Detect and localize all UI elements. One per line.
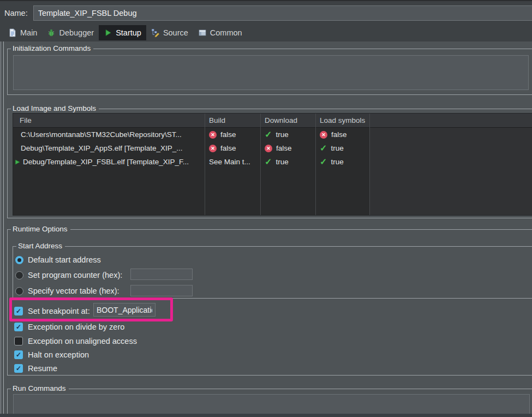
checkbox-checked-icon[interactable]: ✓	[14, 307, 23, 315]
group-initialization-commands: Initialization Commands	[7, 49, 532, 95]
program-counter-input[interactable]	[130, 269, 193, 280]
group-title: Load Image and Symbols	[11, 104, 99, 112]
group-runtime-options: Runtime Options Start Address Default st…	[7, 229, 532, 376]
tab-common[interactable]: Common	[193, 25, 247, 40]
run-commands-textarea[interactable]	[13, 394, 530, 415]
build-cell: false	[220, 144, 236, 152]
group-run-commands: Run Commands	[7, 389, 532, 417]
group-load-image-and-symbols: Load Image and Symbols File Build Downlo…	[7, 109, 532, 218]
load-symbols-cell: true	[331, 158, 343, 166]
file-cell: C:\Users\montanab\STM32Cube\Repository\S…	[21, 130, 182, 139]
column-divider	[205, 114, 205, 215]
checkbox-label: Exception on divide by zero	[28, 323, 124, 331]
radio-specify-vector-table[interactable]: Specify vector table (hex):	[15, 284, 119, 297]
checkbox-set-breakpoint[interactable]: ✓ Set breakpoint at:	[14, 304, 90, 318]
table-header-row: File Build Download Load symbols	[13, 114, 532, 128]
tab-startup-label: Startup	[116, 28, 141, 37]
checkbox-checked-icon[interactable]: ✓	[14, 350, 23, 359]
document-icon	[8, 28, 17, 37]
tab-common-label: Common	[210, 28, 242, 37]
play-icon	[104, 28, 112, 37]
checkbox-resume[interactable]: ✓ Resume	[14, 363, 57, 374]
table-row[interactable]: C:\Users\montanab\STM32Cube\Repository\S…	[13, 128, 532, 141]
build-cell: false	[220, 130, 236, 139]
name-row: Name:	[4, 5, 532, 21]
green-check-icon: ✓	[320, 145, 327, 152]
tab-startup[interactable]: Startup	[99, 25, 146, 40]
radio-unselected-icon[interactable]	[15, 287, 23, 295]
checkbox-label: Resume	[28, 364, 57, 373]
group-title: Runtime Options	[11, 225, 70, 233]
build-cell: See Main t...	[205, 158, 260, 166]
checkbox-label: Set breakpoint at:	[28, 307, 90, 315]
tab-debugger-label: Debugger	[59, 28, 94, 37]
radio-label: Set program counter (hex):	[28, 271, 122, 279]
green-check-icon: ✓	[265, 158, 272, 166]
table-row[interactable]: Debug\Template_XIP_AppS.elf [Template_XI…	[13, 141, 532, 155]
radio-label: Default start address	[28, 255, 101, 264]
left-edge-line-outer	[1, 41, 1, 414]
red-cross-icon: ✕	[209, 145, 217, 152]
radio-selected-icon[interactable]	[15, 256, 23, 264]
column-header-download[interactable]: Download	[260, 116, 315, 124]
download-cell: true	[276, 158, 288, 166]
download-cell: false	[276, 144, 292, 152]
load-symbols-cell: false	[331, 130, 347, 139]
debug-configuration-panel: Name: Main Debugger	[0, 0, 532, 417]
checkbox-checked-icon[interactable]: ✓	[14, 364, 23, 373]
load-image-table: File Build Download Load symbols C:\User…	[13, 113, 532, 216]
left-edge-line-inner	[3, 41, 4, 414]
window-table-icon	[198, 28, 207, 37]
bug-icon	[47, 28, 56, 37]
group-title: Initialization Commands	[11, 44, 93, 52]
table-row-active[interactable]: Debug/Template_XIP_FSBL.elf [Template_XI…	[13, 155, 532, 169]
tab-debugger[interactable]: Debugger	[42, 25, 99, 40]
column-divider	[260, 114, 261, 215]
name-input[interactable]	[33, 5, 532, 21]
green-check-icon: ✓	[265, 131, 272, 139]
load-symbols-cell: true	[331, 144, 343, 152]
group-start-address: Start Address Default start address Set …	[13, 246, 532, 299]
red-cross-icon: ✕	[320, 131, 327, 139]
radio-default-start-address[interactable]: Default start address	[15, 253, 101, 266]
checkbox-exception-unaligned-access[interactable]: Exception on unaligned access	[14, 336, 137, 347]
initialization-commands-textarea[interactable]	[13, 55, 529, 90]
tab-main-label: Main	[20, 28, 37, 37]
radio-set-program-counter[interactable]: Set program counter (hex):	[15, 269, 122, 282]
tab-source-label: Source	[163, 28, 188, 37]
name-label: Name:	[4, 9, 28, 17]
radio-label: Specify vector table (hex):	[28, 287, 119, 295]
column-header-file[interactable]: File	[13, 116, 205, 124]
checkbox-label: Halt on exception	[28, 350, 89, 359]
tab-main[interactable]: Main	[3, 25, 42, 40]
column-divider	[315, 114, 316, 215]
group-title: Start Address	[16, 242, 65, 250]
checkbox-label: Exception on unaligned access	[28, 337, 137, 345]
download-cell: true	[276, 130, 288, 139]
column-divider	[369, 114, 370, 215]
window-bottom-edge	[0, 414, 532, 417]
header-strip: Name: Main Debugger	[0, 0, 532, 41]
red-cross-icon: ✕	[265, 145, 272, 152]
file-cell: Debug\Template_XIP_AppS.elf [Template_XI…	[21, 144, 182, 152]
red-cross-icon: ✕	[209, 131, 217, 139]
group-title: Run Commands	[11, 384, 69, 392]
column-header-load-symbols[interactable]: Load symbols	[315, 116, 369, 124]
checkbox-checked-icon[interactable]: ✓	[14, 323, 23, 331]
green-check-icon: ✓	[320, 158, 327, 166]
checkbox-exception-divide-by-zero[interactable]: ✓ Exception on divide by zero	[14, 321, 124, 332]
active-row-play-icon	[14, 159, 21, 165]
checkbox-unchecked-icon[interactable]	[14, 337, 23, 345]
radio-unselected-icon[interactable]	[15, 271, 23, 279]
checkbox-halt-on-exception[interactable]: ✓ Halt on exception	[14, 349, 89, 360]
tab-source[interactable]: Source	[146, 25, 193, 40]
column-header-build[interactable]: Build	[205, 116, 260, 124]
file-cell: Debug/Template_XIP_FSBL.elf [Template_XI…	[23, 158, 189, 166]
vector-table-input[interactable]	[130, 285, 193, 296]
tab-bar: Main Debugger Startup	[3, 25, 247, 40]
breakpoint-symbol-input[interactable]	[93, 303, 156, 317]
source-tree-pencil-icon	[151, 28, 160, 37]
